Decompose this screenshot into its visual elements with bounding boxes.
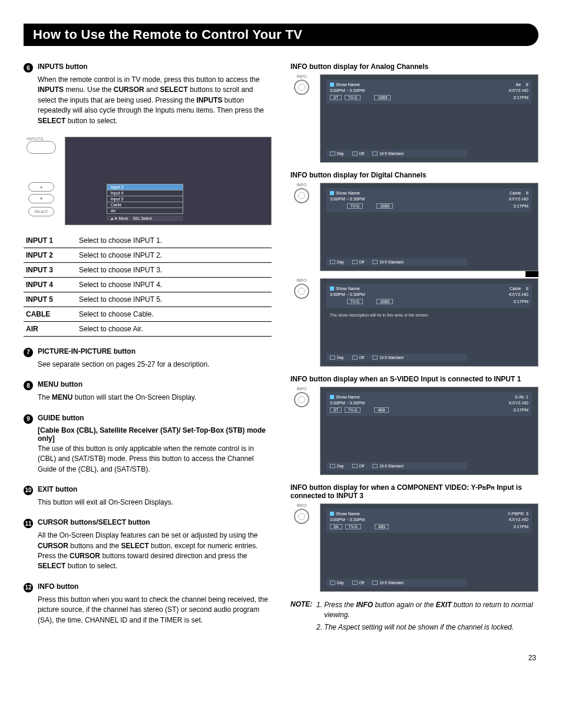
info-button-icon (294, 392, 309, 407)
show-description: The show description will be in this are… (330, 313, 528, 317)
table-row: INPUT 2Select to choose INPUT 2. (24, 248, 272, 262)
page-title-bar: How to Use the Remote to Control Your TV (24, 24, 538, 46)
badge-10: 10 (24, 486, 33, 495)
item-exit: 10EXIT button This button will exit all … (24, 485, 272, 508)
osd-row: Air (107, 207, 183, 214)
heading-svideo: INFO button display when an S-VIDEO Inpu… (290, 375, 538, 383)
inputs-table: INPUT 1Select to choose INPUT 1.INPUT 2S… (24, 233, 272, 337)
inputs-btn-label: INPUTS (27, 137, 56, 141)
item-6-title: INPUTS button (38, 62, 88, 71)
badge-8: 8 (24, 381, 33, 390)
square-icon (330, 191, 334, 195)
table-row: INPUT 1Select to choose INPUT 1. (24, 233, 272, 248)
right-column: INFO button display for Analog Channels … (290, 62, 538, 636)
select-pill-icon: SELECT (28, 207, 54, 216)
page-number: 23 (24, 654, 538, 662)
info-display-analog: INFO Show NameAir 8 3:00PM→3:30PMKXYZ-HD… (290, 74, 538, 163)
badge-11: 11 (24, 519, 33, 528)
down-arrow-icon: ▼ (28, 194, 54, 203)
info-display-digital-2: INFO Show NameCable 8 3:00PM→3:30PMKXYZ-… (290, 278, 538, 367)
inputs-osd-figure: INPUTS ▲ ▼ SELECT Input 3 Input 4 Input … (24, 137, 272, 225)
note-1: Press the INFO button again or the EXIT … (324, 600, 538, 620)
note-label: NOTE: (290, 600, 312, 634)
square-icon (330, 83, 334, 87)
square-icon (330, 512, 334, 516)
left-column: 6 INPUTS button When the remote control … (24, 62, 272, 636)
item-pip: 7PICTURE-IN-PICTURE button See separate … (24, 347, 272, 370)
note-block: NOTE: Press the INFO button again or the… (290, 600, 538, 634)
inputs-pill-icon (27, 141, 56, 154)
heading-analog: INFO button display for Analog Channels (290, 62, 538, 71)
item-guide: 9GUIDE button [Cable Box (CBL), Satellit… (24, 414, 272, 475)
square-icon (330, 395, 334, 399)
info-button-icon (294, 509, 309, 524)
item-info: 12INFO button Press this button when you… (24, 582, 272, 625)
badge-6: 6 (24, 63, 33, 73)
badge-7: 7 (24, 348, 33, 357)
table-row: INPUT 4Select to choose INPUT 4. (24, 277, 272, 292)
info-display-component: INFO Show NameY-PBPR: 3 3:00PM→3:30PMKXY… (290, 503, 538, 592)
heading-component: INFO button display for when a COMPONENT… (290, 483, 538, 500)
up-arrow-icon: ▲ (28, 182, 54, 192)
info-button-icon (294, 188, 309, 203)
info-display-svideo: INFO Show NameS-IN: 1 3:00PM→3:30PMKXYZ-… (290, 387, 538, 475)
table-row: INPUT 5Select to choose INPUT 5. (24, 292, 272, 307)
inputs-osd-screen: Input 3 Input 4 Input 5 Cable Air ▲▼ Mov… (65, 137, 272, 225)
note-2: The Aspect setting will not be shown if … (324, 622, 538, 633)
table-row: INPUT 3Select to choose INPUT 3. (24, 262, 272, 277)
table-row: CABLESelect to choose Cable. (24, 307, 272, 321)
info-display-digital-1: INFO Show NameCable 8 3:00PM→3:30PMKXYZ-… (290, 183, 538, 271)
square-icon (330, 286, 334, 291)
badge-9: 9 (24, 414, 33, 424)
item-6-body: When the remote control is in TV mode, p… (38, 75, 272, 126)
item-menu: 8MENU button The MENU button will start … (24, 380, 272, 403)
page-title: How to Use the Remote to Control Your TV (33, 27, 527, 42)
remote-button-stack: INPUTS ▲ ▼ SELECT (24, 137, 59, 225)
osd-footer: ▲▼ Move SEL Select (107, 216, 183, 221)
clock-icon (352, 151, 358, 156)
info-button-icon (294, 284, 309, 299)
badge-12: 12 (24, 583, 33, 592)
heading-digital: INFO button display for Digital Channels (290, 171, 538, 179)
aspect-icon (372, 151, 378, 156)
item-inputs: 6 INPUTS button When the remote control … (24, 62, 272, 126)
item-cursor: 11CURSOR buttons/SELECT button All the O… (24, 518, 272, 572)
sun-icon (330, 151, 335, 156)
osd-analog: Show NameAir 8 3:00PM→3:30PMKXYZ-HD STTV… (320, 74, 538, 163)
info-button-icon (294, 80, 309, 95)
table-row: AIRSelect to choose Air. (24, 321, 272, 336)
